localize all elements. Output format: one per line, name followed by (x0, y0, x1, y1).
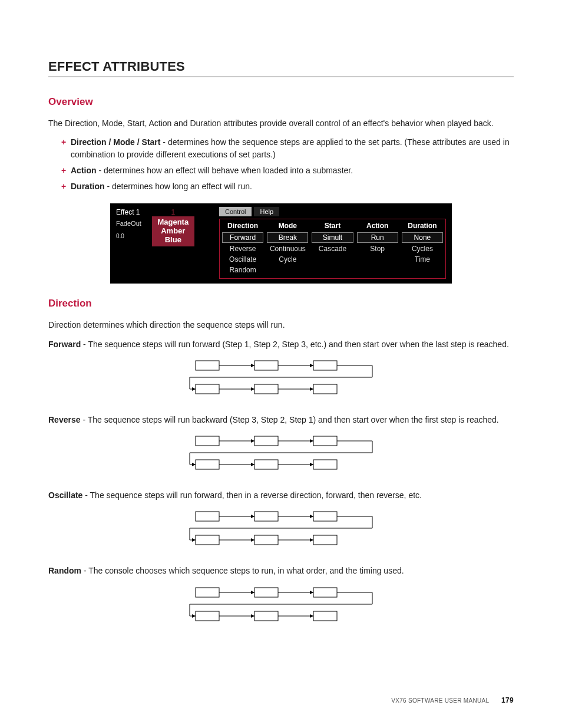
effect-label: Effect 1 (116, 207, 141, 216)
svg-rect-5 (196, 384, 219, 394)
fx-column-header: Direction (222, 222, 263, 230)
svg-rect-30 (196, 588, 219, 597)
sequence-diagram (184, 357, 378, 403)
overview-intro: The Direction, Mode, Start, Action and D… (48, 117, 514, 129)
svg-rect-24 (313, 512, 337, 521)
effect-panel-figure: Effect 1 FadeOut 0.0 1 Magenta Amber Blu… (110, 203, 452, 284)
svg-rect-32 (254, 588, 278, 597)
direction-term: Oscillate - The sequence steps will run … (48, 489, 514, 554)
page-title: EFFECT ATTRIBUTES (48, 59, 514, 77)
fx-option: Cycle (267, 255, 308, 264)
fx-column-header: Mode (267, 222, 308, 230)
direction-term: Reverse - The sequence steps will run ba… (48, 414, 514, 479)
svg-rect-25 (196, 535, 219, 545)
fx-column-header: Action (357, 222, 398, 230)
svg-rect-7 (254, 384, 278, 394)
svg-rect-20 (196, 512, 219, 521)
svg-rect-14 (313, 436, 337, 446)
tab-control: Control (219, 207, 252, 216)
svg-rect-29 (313, 535, 337, 545)
manual-name: VX76 SOFTWARE USER MANUAL (391, 697, 489, 704)
fx-option: Oscillate (222, 255, 263, 264)
page-footer: VX76 SOFTWARE USER MANUAL 179 (391, 696, 514, 704)
direction-term: Forward - The sequence steps will run fo… (48, 338, 514, 403)
fx-option-selected: Break (267, 232, 308, 243)
svg-rect-39 (313, 611, 337, 621)
sequence-diagram (184, 433, 378, 479)
svg-rect-35 (196, 611, 219, 621)
fx-column-header: Duration (402, 222, 443, 230)
list-item: Action - determines how an effect will b… (61, 164, 514, 177)
effect-chip: 1 Magenta Amber Blue (150, 207, 197, 249)
fx-option-selected: Simult (312, 232, 353, 243)
fx-column: DirectionForwardReverseOscillateRandom (222, 222, 263, 276)
svg-rect-9 (313, 384, 337, 394)
fx-option: Random (222, 265, 263, 275)
direction-term: Random - The console chooses which seque… (48, 565, 514, 630)
svg-rect-34 (313, 588, 337, 597)
page-number: 179 (501, 696, 514, 704)
fx-column: ModeBreakContinuousCycle (267, 222, 308, 276)
svg-rect-2 (254, 361, 278, 370)
fx-option: Cycles (402, 244, 443, 253)
fx-column: StartSimultCascade (312, 222, 353, 276)
fadeout-value: 0.0 (116, 233, 141, 239)
fx-option: Continuous (267, 244, 308, 253)
fx-option-selected: None (402, 232, 443, 243)
svg-rect-17 (254, 460, 278, 469)
svg-rect-22 (254, 512, 278, 521)
fx-option-selected: Run (357, 232, 398, 243)
fx-option: Stop (357, 244, 398, 253)
list-item: Duration - determines how long an effect… (61, 180, 514, 193)
fx-option: Reverse (222, 244, 263, 253)
fx-column: ActionRunStop (357, 222, 398, 276)
svg-rect-27 (254, 535, 278, 545)
svg-rect-19 (313, 460, 337, 469)
direction-intro: Direction determines which direction the… (48, 319, 514, 331)
svg-rect-12 (254, 436, 278, 446)
fadeout-label: FadeOut (116, 220, 141, 227)
fx-option: Cascade (312, 244, 353, 253)
list-item: Direction / Mode / Start - determines ho… (61, 136, 514, 161)
svg-rect-10 (196, 436, 219, 446)
tab-help: Help (254, 207, 279, 216)
svg-rect-37 (254, 611, 278, 621)
overview-heading: Overview (48, 96, 514, 108)
fx-option: Time (402, 255, 443, 264)
fx-option-selected: Forward (222, 232, 263, 243)
svg-rect-15 (196, 460, 219, 469)
sequence-diagram (184, 508, 378, 554)
svg-rect-0 (196, 361, 219, 370)
direction-heading: Direction (48, 298, 514, 309)
svg-rect-4 (313, 361, 337, 370)
sequence-diagram (184, 584, 378, 630)
fx-column-header: Start (312, 222, 353, 230)
overview-bullets: Direction / Mode / Start - determines ho… (48, 136, 514, 193)
fx-column: DurationNoneCyclesTime (402, 222, 443, 276)
